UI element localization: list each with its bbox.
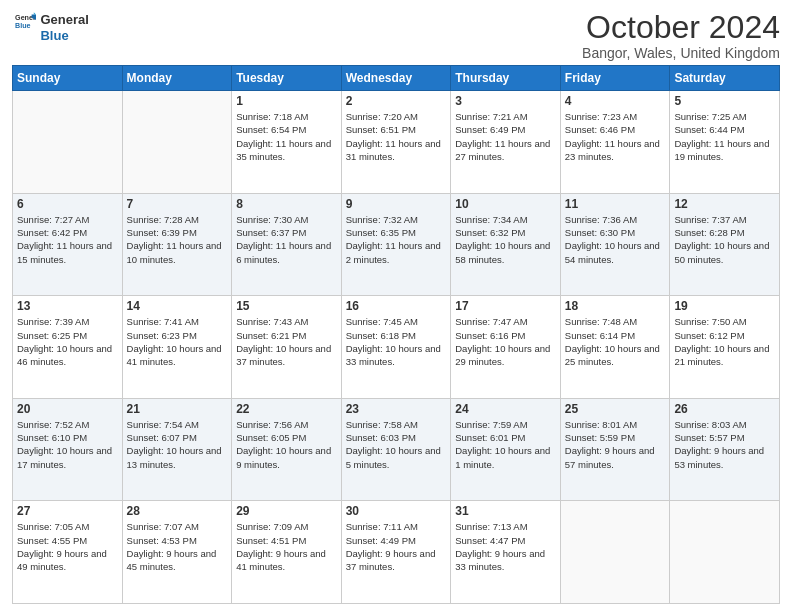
logo-general: General bbox=[40, 12, 88, 28]
day-detail: Sunrise: 7:18 AMSunset: 6:54 PMDaylight:… bbox=[236, 110, 337, 163]
day-number: 22 bbox=[236, 402, 337, 416]
day-detail: Sunrise: 7:50 AMSunset: 6:12 PMDaylight:… bbox=[674, 315, 775, 368]
header: General Blue General Blue October 2024 B… bbox=[12, 10, 780, 61]
table-row bbox=[560, 501, 670, 604]
table-row: 3Sunrise: 7:21 AMSunset: 6:49 PMDaylight… bbox=[451, 91, 561, 194]
day-detail: Sunrise: 7:52 AMSunset: 6:10 PMDaylight:… bbox=[17, 418, 118, 471]
day-number: 27 bbox=[17, 504, 118, 518]
table-row: 1Sunrise: 7:18 AMSunset: 6:54 PMDaylight… bbox=[232, 91, 342, 194]
day-detail: Sunrise: 7:09 AMSunset: 4:51 PMDaylight:… bbox=[236, 520, 337, 573]
day-number: 6 bbox=[17, 197, 118, 211]
day-number: 14 bbox=[127, 299, 228, 313]
day-detail: Sunrise: 7:23 AMSunset: 6:46 PMDaylight:… bbox=[565, 110, 666, 163]
day-detail: Sunrise: 7:34 AMSunset: 6:32 PMDaylight:… bbox=[455, 213, 556, 266]
day-detail: Sunrise: 7:43 AMSunset: 6:21 PMDaylight:… bbox=[236, 315, 337, 368]
calendar-week-row: 1Sunrise: 7:18 AMSunset: 6:54 PMDaylight… bbox=[13, 91, 780, 194]
day-number: 3 bbox=[455, 94, 556, 108]
table-row: 31Sunrise: 7:13 AMSunset: 4:47 PMDayligh… bbox=[451, 501, 561, 604]
col-tuesday: Tuesday bbox=[232, 66, 342, 91]
table-row: 19Sunrise: 7:50 AMSunset: 6:12 PMDayligh… bbox=[670, 296, 780, 399]
calendar-week-row: 13Sunrise: 7:39 AMSunset: 6:25 PMDayligh… bbox=[13, 296, 780, 399]
day-detail: Sunrise: 7:37 AMSunset: 6:28 PMDaylight:… bbox=[674, 213, 775, 266]
table-row: 2Sunrise: 7:20 AMSunset: 6:51 PMDaylight… bbox=[341, 91, 451, 194]
table-row: 23Sunrise: 7:58 AMSunset: 6:03 PMDayligh… bbox=[341, 398, 451, 501]
logo: General Blue General Blue bbox=[12, 10, 89, 43]
svg-text:Blue: Blue bbox=[15, 22, 31, 30]
table-row: 28Sunrise: 7:07 AMSunset: 4:53 PMDayligh… bbox=[122, 501, 232, 604]
table-row: 24Sunrise: 7:59 AMSunset: 6:01 PMDayligh… bbox=[451, 398, 561, 501]
day-detail: Sunrise: 7:58 AMSunset: 6:03 PMDaylight:… bbox=[346, 418, 447, 471]
table-row bbox=[670, 501, 780, 604]
day-number: 13 bbox=[17, 299, 118, 313]
table-row: 8Sunrise: 7:30 AMSunset: 6:37 PMDaylight… bbox=[232, 193, 342, 296]
day-number: 21 bbox=[127, 402, 228, 416]
day-detail: Sunrise: 7:27 AMSunset: 6:42 PMDaylight:… bbox=[17, 213, 118, 266]
logo-icon: General Blue bbox=[14, 10, 36, 32]
col-thursday: Thursday bbox=[451, 66, 561, 91]
table-row: 27Sunrise: 7:05 AMSunset: 4:55 PMDayligh… bbox=[13, 501, 123, 604]
logo-area: General Blue General Blue bbox=[12, 10, 89, 43]
day-detail: Sunrise: 7:48 AMSunset: 6:14 PMDaylight:… bbox=[565, 315, 666, 368]
day-number: 25 bbox=[565, 402, 666, 416]
table-row: 17Sunrise: 7:47 AMSunset: 6:16 PMDayligh… bbox=[451, 296, 561, 399]
day-number: 15 bbox=[236, 299, 337, 313]
col-wednesday: Wednesday bbox=[341, 66, 451, 91]
col-saturday: Saturday bbox=[670, 66, 780, 91]
table-row: 7Sunrise: 7:28 AMSunset: 6:39 PMDaylight… bbox=[122, 193, 232, 296]
day-number: 24 bbox=[455, 402, 556, 416]
day-number: 11 bbox=[565, 197, 666, 211]
table-row: 9Sunrise: 7:32 AMSunset: 6:35 PMDaylight… bbox=[341, 193, 451, 296]
day-detail: Sunrise: 7:07 AMSunset: 4:53 PMDaylight:… bbox=[127, 520, 228, 573]
day-number: 1 bbox=[236, 94, 337, 108]
calendar-header-row: Sunday Monday Tuesday Wednesday Thursday… bbox=[13, 66, 780, 91]
table-row: 20Sunrise: 7:52 AMSunset: 6:10 PMDayligh… bbox=[13, 398, 123, 501]
day-number: 5 bbox=[674, 94, 775, 108]
table-row: 5Sunrise: 7:25 AMSunset: 6:44 PMDaylight… bbox=[670, 91, 780, 194]
day-number: 7 bbox=[127, 197, 228, 211]
day-detail: Sunrise: 7:39 AMSunset: 6:25 PMDaylight:… bbox=[17, 315, 118, 368]
day-detail: Sunrise: 7:47 AMSunset: 6:16 PMDaylight:… bbox=[455, 315, 556, 368]
day-detail: Sunrise: 7:28 AMSunset: 6:39 PMDaylight:… bbox=[127, 213, 228, 266]
table-row: 25Sunrise: 8:01 AMSunset: 5:59 PMDayligh… bbox=[560, 398, 670, 501]
day-number: 17 bbox=[455, 299, 556, 313]
location: Bangor, Wales, United Kingdom bbox=[582, 45, 780, 61]
page: General Blue General Blue October 2024 B… bbox=[0, 0, 792, 612]
day-number: 31 bbox=[455, 504, 556, 518]
col-friday: Friday bbox=[560, 66, 670, 91]
logo-blue: Blue bbox=[40, 28, 88, 44]
table-row: 18Sunrise: 7:48 AMSunset: 6:14 PMDayligh… bbox=[560, 296, 670, 399]
table-row bbox=[13, 91, 123, 194]
table-row: 10Sunrise: 7:34 AMSunset: 6:32 PMDayligh… bbox=[451, 193, 561, 296]
day-detail: Sunrise: 7:05 AMSunset: 4:55 PMDaylight:… bbox=[17, 520, 118, 573]
day-detail: Sunrise: 8:01 AMSunset: 5:59 PMDaylight:… bbox=[565, 418, 666, 471]
col-monday: Monday bbox=[122, 66, 232, 91]
day-detail: Sunrise: 7:13 AMSunset: 4:47 PMDaylight:… bbox=[455, 520, 556, 573]
table-row: 30Sunrise: 7:11 AMSunset: 4:49 PMDayligh… bbox=[341, 501, 451, 604]
day-detail: Sunrise: 7:25 AMSunset: 6:44 PMDaylight:… bbox=[674, 110, 775, 163]
day-number: 30 bbox=[346, 504, 447, 518]
table-row: 15Sunrise: 7:43 AMSunset: 6:21 PMDayligh… bbox=[232, 296, 342, 399]
table-row: 16Sunrise: 7:45 AMSunset: 6:18 PMDayligh… bbox=[341, 296, 451, 399]
day-detail: Sunrise: 7:45 AMSunset: 6:18 PMDaylight:… bbox=[346, 315, 447, 368]
title-area: October 2024 Bangor, Wales, United Kingd… bbox=[582, 10, 780, 61]
day-number: 18 bbox=[565, 299, 666, 313]
table-row: 12Sunrise: 7:37 AMSunset: 6:28 PMDayligh… bbox=[670, 193, 780, 296]
table-row: 11Sunrise: 7:36 AMSunset: 6:30 PMDayligh… bbox=[560, 193, 670, 296]
calendar-week-row: 20Sunrise: 7:52 AMSunset: 6:10 PMDayligh… bbox=[13, 398, 780, 501]
day-number: 19 bbox=[674, 299, 775, 313]
day-detail: Sunrise: 7:20 AMSunset: 6:51 PMDaylight:… bbox=[346, 110, 447, 163]
table-row bbox=[122, 91, 232, 194]
day-number: 2 bbox=[346, 94, 447, 108]
day-detail: Sunrise: 8:03 AMSunset: 5:57 PMDaylight:… bbox=[674, 418, 775, 471]
day-number: 12 bbox=[674, 197, 775, 211]
day-detail: Sunrise: 7:41 AMSunset: 6:23 PMDaylight:… bbox=[127, 315, 228, 368]
day-number: 23 bbox=[346, 402, 447, 416]
table-row: 4Sunrise: 7:23 AMSunset: 6:46 PMDaylight… bbox=[560, 91, 670, 194]
day-number: 4 bbox=[565, 94, 666, 108]
day-number: 29 bbox=[236, 504, 337, 518]
day-number: 20 bbox=[17, 402, 118, 416]
day-number: 8 bbox=[236, 197, 337, 211]
day-detail: Sunrise: 7:30 AMSunset: 6:37 PMDaylight:… bbox=[236, 213, 337, 266]
day-detail: Sunrise: 7:59 AMSunset: 6:01 PMDaylight:… bbox=[455, 418, 556, 471]
day-number: 26 bbox=[674, 402, 775, 416]
